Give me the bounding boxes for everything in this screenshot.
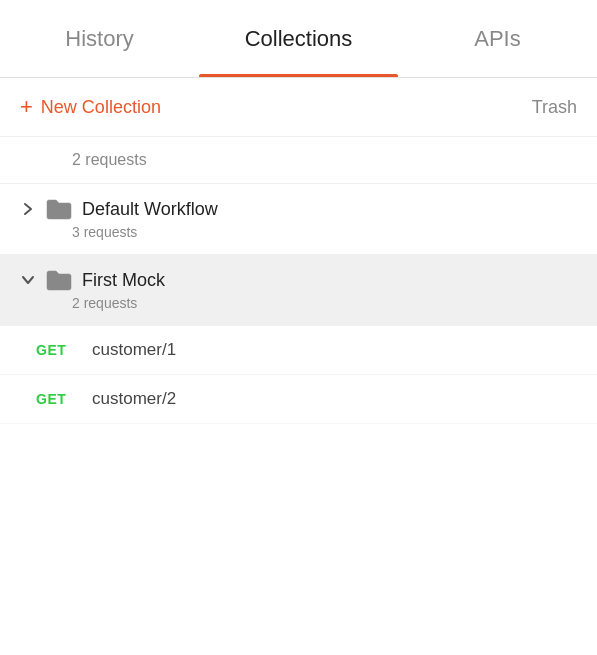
tab-collections[interactable]: Collections	[199, 0, 398, 77]
collection-name: First Mock	[82, 270, 165, 291]
collection-meta: 2 requests	[20, 295, 577, 311]
toolbar: + New Collection Trash	[0, 78, 597, 137]
new-collection-button[interactable]: + New Collection	[20, 96, 161, 118]
collections-list: 2 requests Default Workflow 3 requests	[0, 137, 597, 655]
collection-header: First Mock	[20, 269, 577, 291]
request-item-customer-2[interactable]: GET customer/2	[0, 375, 597, 424]
tab-history[interactable]: History	[0, 0, 199, 77]
method-badge-get: GET	[36, 391, 76, 407]
collection-meta: 3 requests	[20, 224, 577, 240]
collection-item-first-mock[interactable]: First Mock 2 requests	[0, 255, 597, 326]
request-path: customer/1	[92, 340, 176, 360]
trash-button[interactable]: Trash	[532, 97, 577, 118]
collection-header: Default Workflow	[20, 198, 577, 220]
chevron-right-icon	[20, 201, 36, 217]
app-container: History Collections APIs + New Collectio…	[0, 0, 597, 655]
folder-icon	[46, 269, 72, 291]
chevron-down-icon	[20, 272, 36, 288]
method-badge-get: GET	[36, 342, 76, 358]
request-item-customer-1[interactable]: GET customer/1	[0, 326, 597, 375]
collection-name: Default Workflow	[82, 199, 218, 220]
plus-icon: +	[20, 96, 33, 118]
collection-item-default-workflow[interactable]: Default Workflow 3 requests	[0, 184, 597, 255]
tab-apis[interactable]: APIs	[398, 0, 597, 77]
request-path: customer/2	[92, 389, 176, 409]
partial-collection-item: 2 requests	[0, 137, 597, 184]
folder-icon	[46, 198, 72, 220]
tab-bar: History Collections APIs	[0, 0, 597, 78]
partial-meta: 2 requests	[72, 151, 577, 169]
new-collection-label: New Collection	[41, 97, 161, 118]
